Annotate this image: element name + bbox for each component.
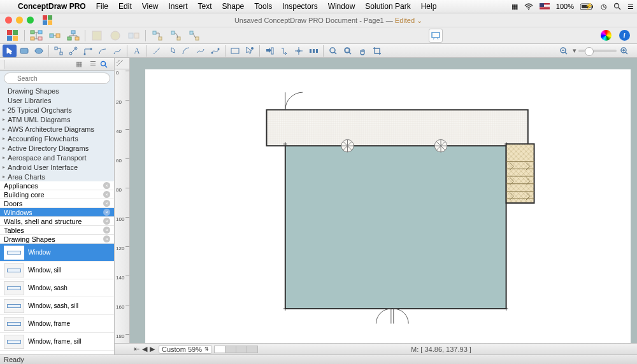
arc-tool[interactable] — [179, 45, 193, 57]
page-prev-button[interactable]: ◀ — [142, 345, 147, 353]
stencil-palette-icon[interactable] — [4, 27, 22, 44]
library-row[interactable]: ▸25 Typical Orgcharts — [0, 105, 114, 115]
shape-row[interactable]: Window, frame — [0, 315, 114, 333]
present-mode-icon[interactable] — [429, 29, 443, 43]
grid-indicator-icon[interactable]: ▦ — [508, 3, 521, 11]
dimmed-tool-1-icon[interactable] — [88, 27, 106, 44]
connector-style-2-icon[interactable] — [167, 27, 185, 44]
menu-inspectors[interactable]: Inspectors — [277, 2, 322, 11]
page-tab-1[interactable] — [214, 346, 225, 353]
zoom-tool-icon[interactable] — [326, 45, 340, 57]
spotlight-icon[interactable] — [610, 3, 624, 10]
menu-insert[interactable]: Insert — [164, 2, 193, 11]
page[interactable] — [145, 69, 631, 343]
rectangle-tool[interactable] — [228, 45, 242, 57]
search-input[interactable] — [4, 73, 110, 84]
library-row[interactable]: ▸Aerospace and Transport — [0, 153, 114, 162]
rect-shape-tool[interactable] — [17, 45, 31, 57]
menu-solution-park[interactable]: Solution Park — [360, 2, 415, 11]
zoom-out-button[interactable] — [557, 45, 571, 57]
page-first-button[interactable]: ⇤ — [134, 345, 140, 353]
sidebar-tab-grid-icon[interactable]: ▦ — [72, 60, 86, 68]
library-row[interactable]: ▸Area Charts — [0, 172, 114, 181]
library-row[interactable]: ▸Active Directory Diagrams — [0, 143, 114, 153]
menu-file[interactable]: File — [91, 2, 113, 11]
edit-points-tool[interactable] — [243, 45, 257, 57]
shape-row[interactable]: Window, frame, sill — [0, 333, 114, 351]
bezier-tool[interactable] — [208, 45, 222, 57]
menu-help[interactable]: Help — [416, 2, 442, 11]
category-row[interactable]: Drawing Shapes× — [0, 235, 114, 244]
distribute-tool[interactable] — [306, 45, 320, 57]
guide-point-tool[interactable] — [292, 45, 306, 57]
close-icon[interactable]: × — [103, 218, 110, 225]
rapid-tree-icon[interactable] — [27, 27, 45, 44]
line-tool[interactable] — [150, 45, 164, 57]
menu-text[interactable]: Text — [193, 2, 217, 11]
zoom-dropdown-icon[interactable]: ▾ — [571, 45, 578, 57]
library-row[interactable]: User Libraries — [0, 95, 114, 105]
library-row[interactable]: ▸ATM UML Diagrams — [0, 115, 114, 124]
menu-tools[interactable]: Tools — [249, 2, 277, 11]
crop-tool-icon[interactable] — [370, 45, 384, 57]
rapid-chain-icon[interactable] — [46, 27, 64, 44]
rapid-org-icon[interactable] — [64, 27, 82, 44]
close-icon[interactable]: × — [103, 191, 110, 198]
spline-tool[interactable] — [194, 45, 208, 57]
curve-connector-tool[interactable] — [110, 45, 124, 57]
menu-window[interactable]: Window — [323, 2, 361, 11]
canvas-viewport[interactable] — [130, 69, 637, 343]
library-row[interactable]: ▸Android User Interface — [0, 162, 114, 172]
zoom-fit-icon[interactable] — [341, 45, 355, 57]
info-icon[interactable]: i — [615, 27, 633, 44]
wifi-icon[interactable] — [521, 3, 536, 10]
sidebar-tab-search-icon[interactable] — [100, 60, 114, 68]
category-row[interactable]: Building core× — [0, 190, 114, 199]
minimize-window-button[interactable] — [16, 17, 23, 24]
maximize-window-button[interactable] — [27, 17, 34, 24]
category-row[interactable]: Appliances× — [0, 181, 114, 190]
close-icon[interactable]: × — [103, 182, 110, 189]
flag-icon[interactable] — [536, 3, 553, 10]
pointer-tool[interactable] — [3, 45, 17, 57]
close-icon[interactable]: × — [103, 209, 110, 216]
category-row[interactable]: Windows× — [0, 208, 114, 217]
zoom-level-selector[interactable]: Custom 59% ⇅ — [159, 345, 212, 354]
zoom-in-button[interactable] — [617, 45, 631, 57]
sector-tool[interactable] — [164, 45, 178, 57]
ruler-vertical[interactable]: 020406080100120140160180 — [115, 69, 130, 343]
color-wheel-icon[interactable] — [597, 27, 615, 44]
shape-row[interactable]: Window, sash — [0, 279, 114, 297]
notifications-icon[interactable]: ☰ — [624, 3, 637, 11]
page-tab-3[interactable] — [236, 346, 247, 353]
hand-tool-icon[interactable] — [355, 45, 369, 57]
dimmed-tool-3-icon[interactable] — [125, 27, 143, 44]
shape-row[interactable]: Window, sash, sill — [0, 297, 114, 315]
app-name[interactable]: ConceptDraw PRO — [13, 2, 91, 11]
connector-style-3-icon[interactable] — [185, 27, 203, 44]
close-icon[interactable]: × — [103, 227, 110, 234]
category-row[interactable]: Tables× — [0, 226, 114, 235]
zoom-slider[interactable] — [578, 50, 617, 52]
ellipse-shape-tool[interactable] — [32, 45, 46, 57]
menu-edit[interactable]: Edit — [113, 2, 137, 11]
smart-connector-tool[interactable] — [52, 45, 66, 57]
snap-node-tool[interactable] — [262, 45, 276, 57]
library-row[interactable]: ▸AWS Architecture Diagrams — [0, 124, 114, 134]
document-title[interactable]: Unsaved ConceptDraw PRO Document - Page1… — [53, 16, 604, 25]
round-connector-tool[interactable] — [96, 45, 110, 57]
clock-icon[interactable]: ◷ — [598, 3, 610, 11]
close-icon[interactable]: × — [103, 235, 110, 242]
menu-shape[interactable]: Shape — [217, 2, 250, 11]
sidebar-tab-list-icon[interactable]: ☰ — [86, 60, 100, 68]
menu-view[interactable]: View — [137, 2, 164, 11]
battery-icon[interactable]: ⚡ — [577, 3, 598, 10]
connector-style-1-icon[interactable] — [148, 27, 166, 44]
dimmed-tool-2-icon[interactable] — [106, 27, 124, 44]
page-tab-4[interactable] — [247, 346, 258, 353]
text-tool[interactable]: A — [130, 45, 144, 57]
category-row[interactable]: Walls, shell and structure× — [0, 217, 114, 226]
category-row[interactable]: Doors× — [0, 199, 114, 208]
close-icon[interactable]: × — [103, 200, 110, 207]
direct-connector-tool[interactable] — [66, 45, 80, 57]
